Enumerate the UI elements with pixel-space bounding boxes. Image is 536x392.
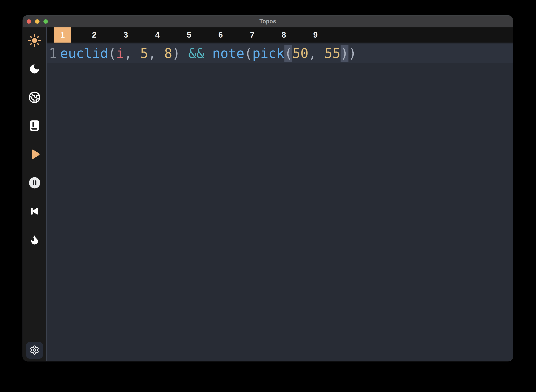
- code-token-bracket-match: ): [340, 45, 349, 62]
- tab-label: 7: [250, 31, 254, 39]
- settings-button[interactable]: [26, 342, 43, 359]
- code-editor[interactable]: 1euclid(i, 5, 8) && note(pick(50, 55)): [47, 42, 513, 361]
- sidebar: [23, 28, 46, 361]
- book-icon: [28, 120, 41, 132]
- tab-5[interactable]: 5: [173, 28, 205, 42]
- flame-icon: [29, 234, 40, 245]
- code-token: &&: [188, 47, 204, 60]
- tab-4[interactable]: 4: [142, 28, 173, 42]
- sidebar-button-globe[interactable]: [28, 91, 41, 104]
- code-token: i: [116, 47, 124, 60]
- tab-label: 1: [60, 31, 65, 39]
- code-token: euclid: [60, 47, 108, 60]
- code-token: ): [349, 47, 357, 60]
- globe-icon: [28, 91, 41, 104]
- code-token: ,: [124, 47, 140, 60]
- app-window: Topos 123456789 1euclid(i, 5, 8) && note…: [23, 16, 513, 361]
- tab-label: 6: [218, 31, 223, 39]
- sidebar-button-book[interactable]: [28, 119, 41, 132]
- code-token: pick: [252, 47, 284, 60]
- play-icon: [28, 148, 41, 161]
- sidebar-button-play[interactable]: [28, 148, 41, 161]
- tab-bar: 123456789: [47, 28, 513, 42]
- gear-icon: [29, 345, 39, 356]
- title-bar[interactable]: Topos: [23, 16, 513, 28]
- sidebar-button-skip-back[interactable]: [28, 205, 41, 218]
- skip-back-icon: [29, 206, 40, 217]
- code-token: ,: [308, 47, 324, 60]
- code-token: (: [108, 47, 116, 60]
- tab-3[interactable]: 3: [110, 28, 142, 42]
- tab-label: 8: [282, 31, 286, 39]
- code-token: 5: [140, 47, 148, 60]
- tab-2[interactable]: 2: [78, 28, 110, 42]
- tab-label: 5: [187, 31, 191, 39]
- sidebar-button-moon[interactable]: [28, 62, 41, 75]
- window-title: Topos: [23, 16, 513, 28]
- moon-icon: [29, 63, 41, 75]
- main-area: 123456789 1euclid(i, 5, 8) && note(pick(…: [23, 28, 513, 361]
- code-token: [204, 47, 212, 60]
- tab-8[interactable]: 8: [268, 28, 300, 42]
- code-token: 55: [325, 47, 340, 60]
- tab-9[interactable]: 9: [300, 28, 331, 42]
- tab-label: 9: [313, 31, 317, 39]
- code-token: note: [212, 47, 244, 60]
- sidebar-button-sun[interactable]: [28, 34, 41, 47]
- code-token: (: [244, 47, 252, 60]
- code-token-bracket-match: (: [284, 45, 292, 62]
- pause-icon: [28, 177, 41, 189]
- sidebar-button-flame[interactable]: [28, 233, 41, 246]
- tab-label: 2: [92, 31, 96, 39]
- code-token: ): [172, 47, 188, 60]
- code-token: ,: [148, 47, 164, 60]
- code-line[interactable]: 1euclid(i, 5, 8) && note(pick(50, 55)): [47, 44, 513, 63]
- code-token: 8: [164, 47, 172, 60]
- tab-7[interactable]: 7: [236, 28, 268, 42]
- tab-label: 3: [124, 31, 128, 39]
- sun-icon: [28, 34, 41, 47]
- tab-1-selected[interactable]: 1: [47, 28, 78, 42]
- tab-label: 4: [155, 31, 159, 39]
- tab-6[interactable]: 6: [205, 28, 236, 42]
- sidebar-button-pause[interactable]: [28, 176, 41, 189]
- line-number: 1: [49, 46, 57, 61]
- code-token: 50: [292, 47, 308, 60]
- content-area: 123456789 1euclid(i, 5, 8) && note(pick(…: [47, 28, 513, 361]
